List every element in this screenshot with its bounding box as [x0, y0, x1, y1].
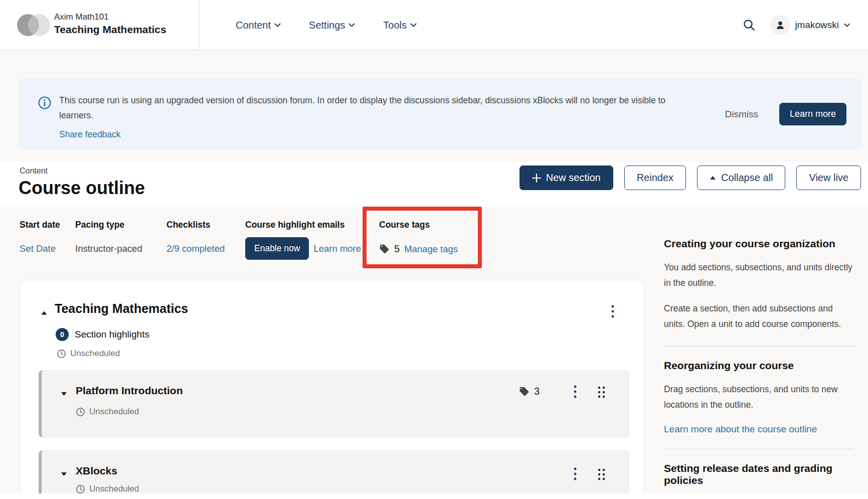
- chevron-down-icon: [349, 23, 355, 28]
- course-org-number: Axim Math101: [54, 12, 166, 22]
- banner-body: This course run is using an upgraded ver…: [59, 93, 666, 142]
- reindex-button[interactable]: Reindex: [624, 165, 686, 190]
- view-live-button[interactable]: View live: [796, 165, 861, 190]
- header-divider: [199, 0, 200, 50]
- course-outline-learn-more-link[interactable]: Learn more about the course outline: [664, 424, 817, 435]
- new-section-label: New section: [546, 172, 601, 184]
- org-logo[interactable]: [17, 14, 52, 37]
- header-right: jmakowski: [743, 0, 850, 50]
- help-divider: [664, 346, 853, 347]
- subsection-schedule: Unscheduled: [76, 407, 139, 417]
- info-icon: [38, 96, 52, 110]
- clock-icon: [76, 407, 85, 417]
- course-title: Teaching Mathematics: [54, 24, 166, 36]
- subsection-title[interactable]: Platform Introduction: [76, 385, 183, 397]
- start-date-label: Start date: [20, 220, 60, 230]
- page-title-band: Content Course outline New section Reind…: [0, 161, 868, 207]
- course-tags-label: Course tags: [379, 220, 458, 230]
- banner-actions: Dismiss Learn more: [725, 103, 846, 125]
- pacing-type-value: Instructor-paced: [75, 243, 142, 254]
- status-checklists: Checklists 2/9 completed: [166, 220, 225, 254]
- nav-content-dropdown[interactable]: Content: [236, 20, 281, 31]
- section-highlights-button[interactable]: 0 Section highlights: [56, 328, 149, 341]
- nav-settings-label: Settings: [309, 20, 345, 31]
- drag-handle-icon[interactable]: [597, 386, 606, 399]
- set-date-link[interactable]: Set Date: [20, 243, 56, 254]
- subsection-kebab-menu-icon[interactable]: [573, 385, 577, 399]
- checklists-label: Checklists: [166, 220, 225, 230]
- search-button[interactable]: [743, 19, 756, 32]
- help-divider: [664, 449, 853, 449]
- subsection-card: Platform Introduction 3 Unscheduled: [39, 370, 629, 437]
- chevron-down-icon: [410, 23, 417, 28]
- subsection-expand-caret-icon[interactable]: [61, 472, 67, 476]
- studio-course-outline-page: Axim Math101 Teaching Mathematics Conten…: [0, 0, 868, 499]
- avatar: [771, 16, 790, 35]
- dismiss-button[interactable]: Dismiss: [725, 109, 758, 120]
- tag-icon: [379, 244, 390, 254]
- section-schedule: Unscheduled: [57, 349, 120, 359]
- page-title: Course outline: [19, 178, 145, 199]
- section-card: Teaching Mathematics 0 Section highlight…: [20, 280, 644, 499]
- collapse-all-button[interactable]: Collapse all: [697, 165, 785, 190]
- user-menu-button[interactable]: jmakowski: [771, 16, 850, 35]
- subsection-schedule-label: Unscheduled: [89, 407, 139, 417]
- nav-settings-dropdown[interactable]: Settings: [309, 20, 355, 31]
- clock-icon: [76, 484, 85, 494]
- breadcrumb: Content: [20, 167, 48, 176]
- drag-handle-icon[interactable]: [597, 468, 606, 481]
- username-label: jmakowski: [795, 20, 839, 31]
- subsection-tag-count-value: 3: [534, 386, 540, 397]
- highlight-emails-label: Course highlight emails: [245, 220, 361, 230]
- tag-icon: [519, 386, 530, 397]
- status-course-tags: Course tags 5 Manage tags: [379, 220, 458, 255]
- help-sidebar: Creating your course organization You ad…: [664, 231, 853, 486]
- help-paragraph: Create a section, then add subsections a…: [664, 301, 853, 332]
- subsection-card: XBlocks Unscheduled: [39, 450, 629, 499]
- enable-now-button[interactable]: Enable now: [245, 237, 309, 260]
- help-heading-organization: Creating your course organization: [664, 238, 853, 250]
- chevron-down-icon: [274, 23, 281, 28]
- app-header: Axim Math101 Teaching Mathematics Conten…: [0, 0, 868, 50]
- section-title[interactable]: Teaching Mathematics: [55, 301, 188, 316]
- section-kebab-menu-icon[interactable]: [611, 304, 615, 318]
- nav-content-label: Content: [236, 20, 271, 31]
- section-schedule-label: Unscheduled: [70, 349, 120, 359]
- course-info: Axim Math101 Teaching Mathematics: [54, 12, 166, 36]
- share-feedback-link[interactable]: Share feedback: [59, 127, 121, 142]
- viewport-bottom-clip: [0, 493, 868, 499]
- nav-tools-dropdown[interactable]: Tools: [383, 20, 417, 31]
- banner-message: This course run is using an upgraded ver…: [59, 95, 665, 120]
- clock-icon: [57, 349, 66, 359]
- reindex-label: Reindex: [637, 172, 673, 184]
- section-collapse-caret-icon[interactable]: [41, 310, 48, 315]
- pacing-type-label: Pacing type: [75, 220, 142, 230]
- emails-learn-more-link[interactable]: Learn more: [313, 243, 361, 254]
- chevron-down-icon: [844, 23, 850, 28]
- highlights-label: Section highlights: [75, 329, 149, 340]
- help-paragraph: You add sections, subsections, and units…: [664, 260, 853, 291]
- highlights-count-badge: 0: [56, 328, 69, 341]
- caret-up-icon: [710, 176, 716, 180]
- subsection-title[interactable]: XBlocks: [76, 465, 117, 477]
- subsection-kebab-menu-icon[interactable]: [573, 467, 577, 481]
- help-heading-reorganizing: Reorganizing your course: [664, 360, 853, 372]
- discussion-upgrade-banner: This course run is using an upgraded ver…: [19, 78, 861, 150]
- subsection-schedule: Unscheduled: [76, 484, 139, 494]
- status-start-date: Start date Set Date: [20, 220, 60, 254]
- help-paragraph: Drag sections, subsections, and units to…: [664, 382, 853, 413]
- collapse-all-label: Collapse all: [721, 172, 773, 184]
- logo-circle-light: [28, 14, 50, 36]
- manage-tags-link[interactable]: Manage tags: [404, 244, 458, 255]
- status-highlight-emails: Course highlight emails Enable now Learn…: [245, 220, 361, 260]
- search-icon: [743, 19, 756, 32]
- banner-learn-more-button[interactable]: Learn more: [779, 103, 846, 125]
- plus-icon: [532, 174, 541, 183]
- new-section-button[interactable]: New section: [519, 165, 613, 190]
- subsection-expand-caret-icon[interactable]: [61, 392, 67, 396]
- status-pacing-type: Pacing type Instructor-paced: [75, 220, 142, 254]
- checklists-completed-link[interactable]: 2/9 completed: [166, 243, 225, 254]
- view-live-label: View live: [809, 172, 848, 184]
- person-icon: [775, 20, 786, 31]
- subsection-tag-count: 3: [519, 386, 540, 397]
